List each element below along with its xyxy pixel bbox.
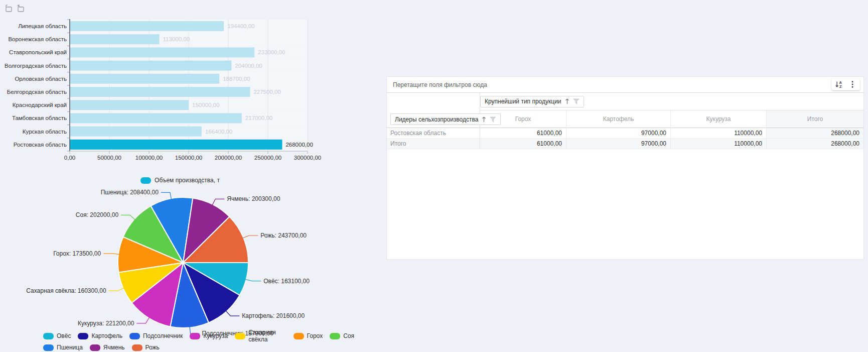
pie-label-connector [136, 317, 149, 323]
bar-2[interactable] [70, 47, 254, 57]
bar-category-label: Липецкая область [18, 23, 67, 29]
legend-swatch [235, 333, 245, 339]
pivot-data-cell: 97000,00 [566, 139, 670, 149]
pivot-actions-toolbar: A Z [831, 78, 860, 90]
pivot-data-cell: 110000,00 [670, 128, 766, 139]
pie-data-label: Кукуруза: 221200,00 [78, 320, 134, 327]
pivot-row-header-Итого: Итого [387, 139, 480, 149]
charts-canvas: 194400,00113000,00233000,00204000,001887… [0, 0, 351, 352]
bar-value-label: 113000,00 [163, 36, 190, 42]
pie-label-connector [242, 236, 258, 238]
pivot-grid-panel: Перетащите поля фильтров сюда A Z [386, 76, 864, 260]
x-tick-label: 150000,00 [175, 155, 202, 161]
legend-label: Подсолнечник [143, 332, 183, 339]
bar-4[interactable] [70, 74, 219, 84]
pie-data-label: Горох: 173500,00 [53, 250, 101, 257]
bar-category-label: Ставропольский край [9, 49, 67, 55]
bar-9[interactable] [70, 140, 282, 150]
pie-data-label: Сахарная свёкла: 160300,00 [26, 287, 106, 294]
pivot-data-cell: 268000,00 [766, 139, 863, 149]
bar-1[interactable] [70, 34, 160, 44]
bar-value-label: 166400,00 [205, 129, 232, 135]
bar-value-label: 268000,00 [285, 142, 313, 148]
legend-label: Картофель [91, 332, 122, 339]
column-field-chip[interactable]: Крупнейший тип продукции [480, 96, 584, 107]
x-tick-label: 250000,00 [254, 155, 281, 161]
pie-label-connector [103, 254, 119, 255]
legend-label: Горох [307, 332, 323, 339]
svg-text:Z: Z [839, 84, 842, 88]
pivot-filter-area[interactable]: Перетащите поля фильтров сюда A Z [387, 77, 863, 93]
legend-label: Объем производства, т [155, 177, 220, 184]
legend-swatch [78, 333, 88, 339]
pie-legend-item-Ячмень[interactable]: Ячмень [90, 344, 125, 351]
pivot-row-fields-area: Лидеры сельхозпроизводства [387, 93, 480, 128]
x-tick-label: 300000,00 [294, 155, 321, 161]
legend-label: Овёс [57, 332, 71, 339]
legend-label: Рожь [146, 344, 160, 351]
sort-descending-az-icon[interactable]: A Z [835, 80, 843, 88]
pivot-row-header-Ростовская область: Ростовская область [387, 128, 480, 139]
pivot-column-header-Кукуруза: Кукуруза [670, 110, 766, 128]
pie-data-label: Овёс: 163100,00 [263, 278, 310, 285]
bar-0[interactable] [70, 21, 224, 31]
bar-5[interactable] [70, 87, 250, 97]
pie-legend-item-Подсолнечник[interactable]: Подсолнечник [129, 332, 183, 339]
bar-category-label: Воронежская область [8, 36, 67, 42]
legend-label: Пшеница [57, 344, 83, 351]
dashboard-page: 194400,00113000,00233000,00204000,001887… [0, 0, 868, 352]
pivot-data-cell: 97000,00 [566, 128, 670, 139]
pivot-column-fields-area: Крупнейший тип продукции [480, 93, 863, 110]
row-field-label: Лидеры сельхозпроизводства [395, 116, 478, 123]
bar-value-label: 233000,00 [258, 49, 285, 55]
pivot-data-cell: 110000,00 [670, 139, 766, 149]
legend-swatch [129, 333, 140, 339]
pie-legend-item-Овёс[interactable]: Овёс [43, 332, 71, 339]
bar-value-label: 227500,00 [253, 89, 280, 95]
legend-label: Соя [343, 332, 354, 339]
bar-6[interactable] [70, 100, 189, 110]
legend-swatch [140, 177, 151, 184]
pie-label-connector [226, 311, 239, 316]
legend-swatch [294, 333, 304, 339]
pie-legend-item-Рожь[interactable]: Рожь [132, 344, 160, 351]
pie-label-connector [121, 215, 135, 219]
bar-3[interactable] [70, 61, 231, 71]
bar-category-label: Ростовская область [14, 142, 67, 148]
x-tick-label: 200000,00 [215, 155, 242, 161]
legend-swatch [43, 333, 54, 339]
pie-legend-row: ОвёсКартофельПодсолнечникКукурузаСахарна… [43, 331, 354, 341]
pie-legend-item-Пшеница[interactable]: Пшеница [43, 344, 83, 351]
kebab-menu-icon[interactable] [848, 80, 856, 88]
pie-legend-item-Кукуруза[interactable]: Кукуруза [190, 332, 228, 339]
x-tick-label: 100000,00 [135, 155, 163, 161]
pivot-data-cell: 61000,00 [480, 128, 566, 139]
bar-category-label: Краснодарский край [13, 102, 67, 108]
selection-box-icon[interactable] [4, 4, 13, 13]
arrow-up-icon [565, 98, 569, 104]
selection-undo-icon[interactable] [16, 4, 25, 13]
pie-legend-item-Картофель[interactable]: Картофель [78, 332, 122, 339]
bar-8[interactable] [70, 127, 202, 137]
funnel-icon[interactable] [573, 98, 580, 104]
filter-area-hint: Перетащите поля фильтров сюда [393, 81, 487, 88]
legend-label: Сахарная свёкла [248, 329, 286, 343]
legend-swatch [90, 344, 100, 351]
pivot-grid: Лидеры сельхозпроизводства Крупнейший ти… [387, 93, 863, 149]
column-field-label: Крупнейший тип продукции [485, 98, 561, 105]
bar-category-label: Тамбовская область [12, 115, 67, 121]
bar-category-label: Курская область [23, 129, 67, 135]
bar-category-label: Белгородская область [7, 89, 67, 95]
pivot-data-cell: 268000,00 [766, 128, 863, 139]
bar-value-label: 150000,00 [192, 102, 219, 108]
pie-legend-item-Сахарная свёкла[interactable]: Сахарная свёкла [235, 329, 286, 343]
pie-label-connector [212, 199, 224, 205]
pie-data-label: Рожь: 243700,00 [260, 232, 307, 239]
bar-value-label: 194400,00 [227, 23, 254, 29]
bar-7[interactable] [70, 113, 242, 123]
legend-label: Кукуруза [203, 332, 228, 339]
pie-data-label: Ячмень: 200300,00 [227, 195, 280, 202]
pie-legend-item-Горох[interactable]: Горох [294, 332, 323, 339]
bar-value-label: 188700,00 [223, 76, 250, 82]
pie-legend-item-Соя[interactable]: Соя [330, 332, 354, 339]
